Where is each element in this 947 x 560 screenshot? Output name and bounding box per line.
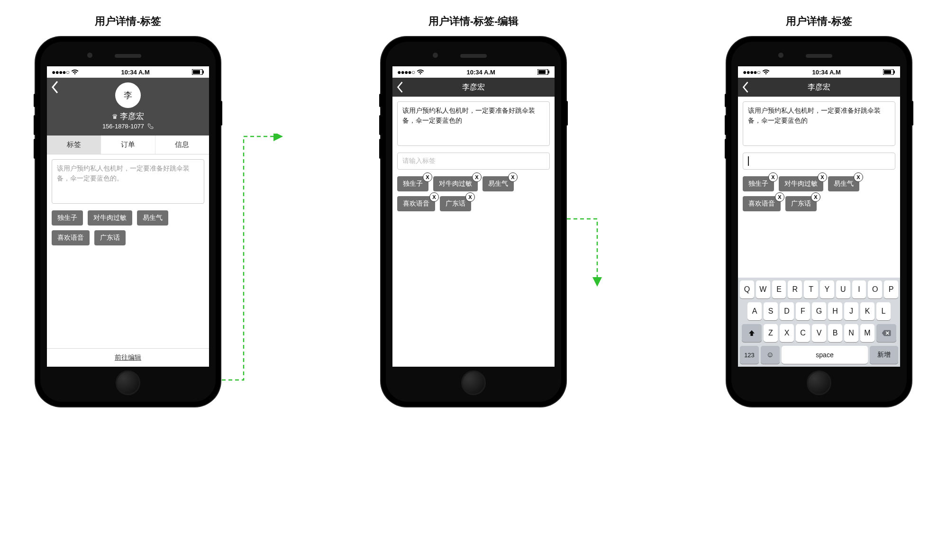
wifi-icon (71, 69, 79, 75)
caption-screen3: 用户详情-标签 (786, 14, 852, 28)
key-q[interactable]: Q (740, 280, 754, 298)
key-enter[interactable]: 新增 (870, 346, 898, 364)
backspace-icon (881, 329, 892, 337)
tag-item[interactable]: 独生子X (743, 176, 774, 191)
vip-diamond-icon: ♛ (112, 113, 118, 120)
svg-rect-1 (193, 70, 200, 74)
key-b[interactable]: B (828, 324, 842, 342)
tag-item[interactable]: 易生气X (828, 176, 859, 191)
key-emoji[interactable]: ☺ (761, 346, 780, 364)
tag-delete-button[interactable]: X (818, 172, 827, 182)
caption-screen1: 用户详情-标签 (95, 14, 161, 28)
tag-item[interactable]: 广东话X (440, 196, 471, 211)
phone-frame-3: ●●●●○ 10:34 A.M (727, 37, 911, 406)
wifi-icon (762, 69, 770, 75)
signal-dots-icon: ●●●●○ (52, 68, 69, 76)
key-shift[interactable] (742, 324, 762, 342)
tab-orders[interactable]: 订单 (101, 135, 155, 154)
key-j[interactable]: J (844, 302, 858, 320)
key-o[interactable]: O (868, 280, 882, 298)
key-v[interactable]: V (812, 324, 826, 342)
key-w[interactable]: W (756, 280, 770, 298)
key-n[interactable]: N (844, 324, 858, 342)
avatar: 李 (115, 82, 141, 108)
battery-icon (537, 69, 550, 75)
back-button[interactable] (51, 81, 59, 94)
tag-delete-button[interactable]: X (429, 192, 439, 202)
key-y[interactable]: Y (820, 280, 834, 298)
tag-item[interactable]: 对牛肉过敏X (779, 176, 823, 191)
tag-item[interactable]: 易生气 (137, 210, 168, 226)
key-c[interactable]: C (796, 324, 810, 342)
go-edit-link[interactable]: 前往编辑 (47, 348, 209, 367)
nav-header: 李彦宏 (738, 78, 900, 97)
shift-icon (748, 329, 756, 337)
key-i[interactable]: I (852, 280, 866, 298)
tab-tags[interactable]: 标签 (47, 135, 101, 154)
key-u[interactable]: U (836, 280, 850, 298)
key-t[interactable]: T (804, 280, 818, 298)
note-textarea[interactable]: 该用户预约私人包机时，一定要准备好跳伞装备，伞一定要蓝色的 (397, 101, 550, 146)
tag-delete-button[interactable]: X (472, 172, 482, 182)
tag-item[interactable]: 喜欢语音X (743, 196, 781, 211)
tag-item[interactable]: 独生子X (397, 176, 428, 191)
tag-delete-button[interactable]: X (775, 192, 784, 202)
tag-item[interactable]: 易生气X (483, 176, 514, 191)
key-x[interactable]: X (780, 324, 794, 342)
key-m[interactable]: M (860, 324, 874, 342)
key-p[interactable]: P (884, 280, 898, 298)
tag-delete-button[interactable]: X (465, 192, 475, 202)
tag-delete-button[interactable]: X (811, 192, 820, 202)
key-e[interactable]: E (772, 280, 786, 298)
caption-screen2: 用户详情-标签-编辑 (428, 14, 519, 28)
tag-delete-button[interactable]: X (508, 172, 518, 182)
key-f[interactable]: F (796, 302, 810, 320)
tags-list-editable: 独生子X 对牛肉过敏X 易生气X 喜欢语音X 广东话X (743, 176, 895, 211)
tag-input-focused[interactable] (743, 153, 895, 170)
phone-frame-1: ●●●●○ 10:34 A.M (36, 37, 220, 406)
user-name: 李彦宏 (120, 111, 144, 122)
keyboard: Q W E R T Y U I O P A (738, 278, 900, 367)
nav-title: 李彦宏 (462, 82, 485, 92)
svg-rect-8 (894, 71, 895, 73)
home-button[interactable] (116, 370, 140, 395)
status-time: 10:34 A.M (467, 69, 495, 76)
tag-delete-button[interactable]: X (423, 172, 432, 182)
nav-title: 李彦宏 (808, 82, 830, 92)
back-button[interactable] (742, 81, 749, 93)
key-r[interactable]: R (788, 280, 802, 298)
tag-item[interactable]: 对牛肉过敏X (433, 176, 478, 191)
status-time: 10:34 A.M (121, 69, 150, 76)
call-icon[interactable] (147, 123, 154, 130)
key-s[interactable]: S (764, 302, 778, 320)
key-a[interactable]: A (747, 302, 762, 320)
status-bar: ●●●●○ 10:34 A.M (392, 66, 555, 78)
tag-item[interactable]: 广东话X (785, 196, 817, 211)
tag-item[interactable]: 广东话 (94, 230, 126, 245)
home-button[interactable] (461, 370, 486, 395)
home-button[interactable] (807, 370, 831, 395)
tag-delete-button[interactable]: X (768, 172, 778, 182)
tag-item[interactable]: 喜欢语音 (52, 230, 90, 245)
key-space[interactable]: space (782, 346, 868, 364)
key-l[interactable]: L (876, 302, 891, 320)
tag-input-placeholder: 请输入标签 (402, 157, 436, 165)
tag-item[interactable]: 对牛肉过敏 (88, 210, 132, 226)
tab-info[interactable]: 信息 (155, 135, 209, 154)
key-g[interactable]: G (812, 302, 826, 320)
tag-input[interactable]: 请输入标签 (397, 153, 550, 170)
battery-icon (192, 69, 204, 75)
tags-list-editable: 独生子X 对牛肉过敏X 易生气X 喜欢语音X 广东话X (397, 176, 550, 211)
key-123[interactable]: 123 (740, 346, 759, 364)
key-z[interactable]: Z (764, 324, 778, 342)
phone-frame-2: ●●●●○ 10:34 A.M (381, 37, 566, 406)
tag-item[interactable]: 独生子 (52, 210, 83, 226)
key-d[interactable]: D (780, 302, 794, 320)
key-backspace[interactable] (876, 324, 896, 342)
note-textarea[interactable]: 该用户预约私人包机时，一定要准备好跳伞装备，伞一定要蓝色的 (743, 101, 895, 146)
tag-delete-button[interactable]: X (854, 172, 863, 182)
tag-item[interactable]: 喜欢语音X (397, 196, 435, 211)
key-h[interactable]: H (828, 302, 842, 320)
key-k[interactable]: K (860, 302, 874, 320)
back-button[interactable] (396, 81, 404, 93)
